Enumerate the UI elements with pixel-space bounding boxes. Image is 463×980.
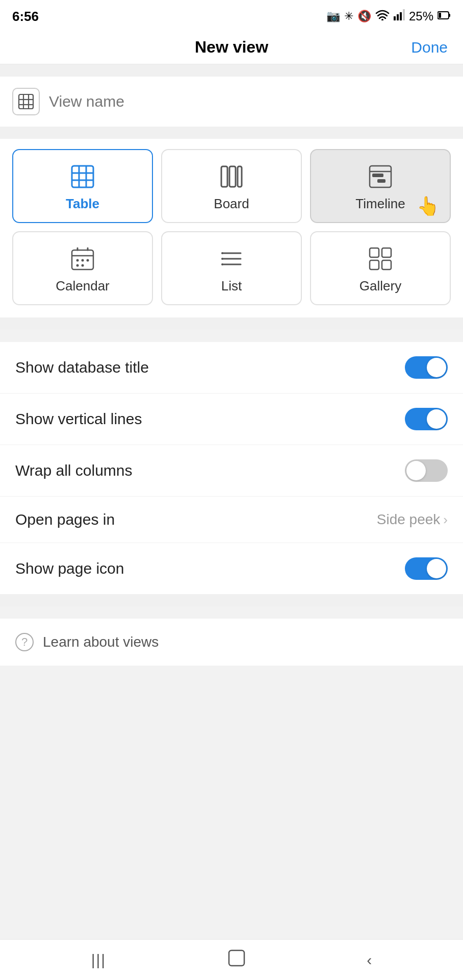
svg-rect-20 [238,166,242,187]
cursor-icon: 👆 [417,195,440,217]
settings-label-show-database-title: Show database title [15,359,149,376]
view-name-input[interactable] [49,93,451,110]
bottom-fill [0,666,463,939]
toggle-thumb-wrap-all-columns [406,461,426,480]
settings-label-open-pages-in: Open pages in [15,511,115,528]
svg-rect-1 [394,16,396,20]
svg-point-37 [221,252,223,254]
svg-rect-4 [403,9,405,20]
toggle-thumb-show-vertical-lines [427,409,446,429]
nav-home-icon[interactable] [227,949,246,971]
settings-label-show-vertical-lines: Show vertical lines [15,410,142,428]
svg-rect-24 [377,179,385,183]
svg-rect-6 [449,14,450,17]
view-card-list[interactable]: List [161,231,302,305]
settings-row-open-pages-in[interactable]: Open pages in Side peek › [0,497,463,543]
view-card-gallery[interactable]: Gallery [310,231,451,305]
toggle-show-vertical-lines[interactable] [405,408,448,430]
view-card-table[interactable]: Table [12,149,153,223]
toggle-show-page-icon[interactable] [405,557,448,580]
toggle-thumb-show-page-icon [427,559,446,578]
svg-rect-8 [19,94,33,109]
nav-back-icon[interactable]: ‹ [367,951,372,969]
view-name-section [0,77,463,127]
done-button[interactable]: Done [411,39,448,56]
svg-rect-19 [229,166,236,187]
svg-point-0 [381,19,383,20]
svg-rect-42 [370,260,379,270]
separator-2 [0,127,463,139]
view-card-calendar-label: Calendar [56,278,110,294]
settings-section: Show database title Show vertical lines … [0,342,463,594]
svg-point-31 [87,259,89,262]
settings-label-show-page-icon: Show page icon [15,560,124,577]
svg-rect-41 [382,248,391,257]
settings-row-show-page-icon: Show page icon [0,543,463,594]
svg-point-30 [82,259,84,262]
svg-point-38 [221,258,223,260]
view-card-timeline[interactable]: Timeline 👆 [310,149,451,223]
view-card-board-label: Board [214,196,249,212]
view-card-table-label: Table [66,196,99,212]
status-bar: 6:56 📷 ✳ 🔇 25% [0,0,463,31]
svg-rect-40 [370,248,379,257]
battery-icon [438,10,451,23]
signal-icon [394,9,405,23]
svg-rect-23 [372,174,383,177]
nav-bar: ||| ‹ [0,939,463,980]
view-card-calendar[interactable]: Calendar [12,231,153,305]
wifi-icon [375,9,390,23]
settings-row-show-vertical-lines: Show vertical lines [0,394,463,445]
separator-4 [0,594,463,606]
status-icons: 📷 ✳ 🔇 25% [326,9,451,23]
view-card-board[interactable]: Board [161,149,302,223]
settings-label-wrap-all-columns: Wrap all columns [15,462,133,479]
camera-icon: 📷 [326,10,340,23]
settings-row-show-database-title: Show database title [0,342,463,394]
toggle-show-database-title[interactable] [405,356,448,379]
view-card-timeline-label: Timeline [355,196,405,212]
svg-rect-2 [397,14,399,20]
settings-row-wrap-all-columns: Wrap all columns [0,445,463,497]
chevron-right-icon: › [443,512,448,528]
svg-rect-3 [400,12,402,20]
status-time: 6:56 [12,9,39,24]
svg-rect-44 [229,950,244,966]
learn-label: Learn about views [43,634,159,650]
battery-percent: 25% [409,9,433,23]
help-icon: ? [15,633,34,651]
svg-rect-13 [72,166,93,187]
bluetooth-icon: ✳ [344,10,353,23]
separator-3 [0,317,463,330]
view-card-gallery-label: Gallery [359,278,401,294]
learn-section[interactable]: ? Learn about views [0,619,463,666]
svg-point-33 [82,264,84,267]
view-card-list-label: List [221,278,242,294]
nav-recent-apps-icon[interactable]: ||| [91,951,106,969]
settings-value-open-pages-in: Side peek › [377,511,448,528]
open-pages-value: Side peek [377,511,441,528]
svg-rect-18 [221,166,227,187]
svg-rect-43 [382,260,391,270]
page-title: New view [195,38,268,57]
svg-point-32 [76,264,79,267]
toggle-wrap-all-columns[interactable] [405,459,448,482]
view-type-icon [12,88,40,115]
view-type-grid: Table Board Timeline 👆 [12,149,451,305]
mute-icon: 🔇 [357,10,371,23]
svg-point-39 [221,263,223,265]
top-nav: New view Done [0,31,463,64]
toggle-thumb-show-database-title [427,358,446,377]
view-type-grid-section: Table Board Timeline 👆 [0,139,463,317]
svg-point-29 [76,259,79,262]
separator-1 [0,64,463,77]
svg-rect-7 [439,13,441,18]
